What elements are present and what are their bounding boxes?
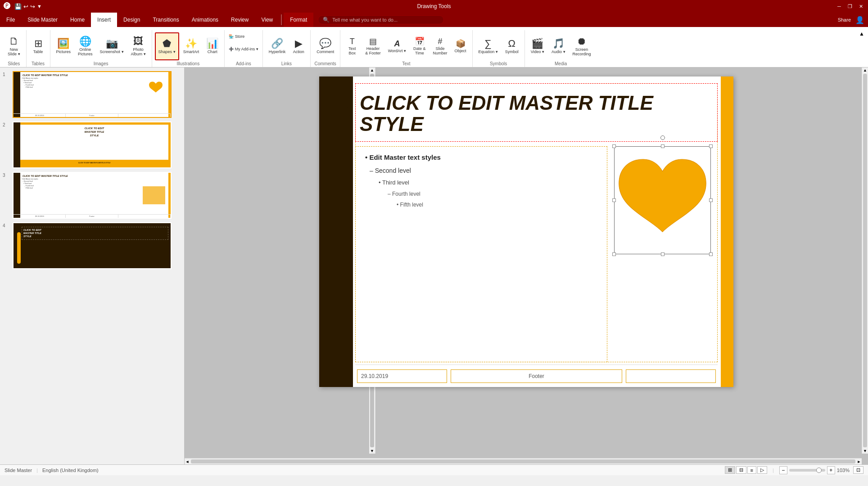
new-slide-button[interactable]: 🗋 NewSlide ▾	[5, 32, 23, 60]
handle-mr[interactable]	[709, 198, 713, 202]
slide-4-thumbnail[interactable]: CLICK TO EDITMASTER TITLESTYLE	[13, 222, 172, 269]
bullet-level-3: • Third level	[379, 177, 605, 189]
tab-format[interactable]: Format	[284, 13, 313, 27]
text-box-button[interactable]: T TextBox	[343, 32, 361, 60]
bullet-2-text: Second level	[375, 167, 411, 174]
reading-view-button[interactable]: ≡	[747, 466, 756, 474]
handle-bm[interactable]	[661, 252, 665, 256]
online-pictures-button[interactable]: 🌐 OnlinePictures	[75, 32, 96, 60]
tab-insert[interactable]: Insert	[91, 13, 117, 27]
zoom-out-button[interactable]: −	[779, 466, 787, 474]
my-addins-button[interactable]: ➕ My Add-ins ▾	[227, 43, 260, 55]
presenter-view-button[interactable]: ▷	[757, 466, 767, 474]
scroll-up-button[interactable]: ▲	[369, 68, 375, 73]
slide-pagenum-field[interactable]	[626, 369, 716, 383]
slide-1-number: 1	[3, 72, 5, 77]
collapse-ribbon-button[interactable]: ▲	[857, 29, 866, 39]
restore-button[interactable]: ❐	[846, 3, 854, 10]
zoom-slider[interactable]	[789, 469, 825, 472]
symbol-button[interactable]: Ω Symbol	[502, 32, 522, 60]
shapes-button[interactable]: ⬟ Shapes ▾	[155, 32, 179, 60]
handle-tl[interactable]	[612, 144, 616, 148]
slide-date-text: 29.10.2019	[361, 373, 388, 379]
heart-object-container[interactable]	[614, 146, 711, 254]
right-scroll-up[interactable]: ▲	[862, 68, 868, 73]
handle-br[interactable]	[709, 252, 713, 256]
slide-1-thumbnail[interactable]: CLICK TO EDIT MASTER TITLE STYLE • Edit …	[13, 71, 172, 118]
slide-3-thumbnail[interactable]: CLICK TO EDIT MASTER TITLE STYLE • Edit …	[13, 172, 172, 219]
pictures-button[interactable]: 🖼️ Pictures	[53, 32, 74, 60]
equation-button[interactable]: ∑ Equation ▾	[475, 32, 501, 60]
bottom-scroll-left[interactable]: ◄	[185, 459, 190, 464]
tab-review[interactable]: Review	[225, 13, 255, 27]
tab-view[interactable]: View	[255, 13, 279, 27]
slide-date-field[interactable]: 29.10.2019	[357, 369, 447, 383]
wordart-button[interactable]: A WordArt ▾	[385, 32, 409, 60]
slide-main-title[interactable]: CLICK TO EDIT MASTER TITLE STYLE	[360, 93, 713, 134]
bullet-4-marker: –	[388, 191, 391, 197]
screen-recording-button[interactable]: ⏺ ScreenRecording	[570, 32, 594, 60]
slide-sorter-button[interactable]: ⊟	[736, 466, 746, 474]
tell-me-box[interactable]: 🔍 Tell me what you want to do...	[318, 15, 444, 24]
bottom-scroll-thumb[interactable]	[191, 459, 855, 464]
slide-2-thumbnail[interactable]: CLICK TO EDITMASTER TITLESTYLE CLICK TO …	[13, 122, 172, 168]
tell-me-placeholder: Tell me what you want to do...	[332, 17, 398, 22]
account-icon: 👤	[855, 16, 864, 24]
smartart-button[interactable]: ✨ SmartArt	[180, 32, 203, 60]
app-title: Drawing Tools	[417, 3, 451, 9]
normal-view-button[interactable]: ⊞	[725, 466, 735, 474]
table-button[interactable]: ⊞ Table	[29, 32, 47, 60]
redo-icon[interactable]: ↪	[30, 3, 35, 10]
right-scroll-down[interactable]: ▼	[862, 448, 868, 454]
header-footer-button[interactable]: ▤ Header& Footer	[362, 32, 384, 60]
chart-button[interactable]: 📊 Chart	[203, 32, 222, 60]
customize-icon[interactable]: ▼	[37, 4, 42, 9]
slide-footer-field[interactable]: Footer	[451, 369, 623, 383]
title-bar: 🅟 💾 ↩ ↪ ▼ Drawing Tools ─ ❐ ✕	[0, 0, 868, 13]
photo-album-button[interactable]: 🖼 PhotoAlbum ▾	[128, 32, 149, 60]
slide-number-button[interactable]: # SlideNumber	[430, 32, 451, 60]
tab-design[interactable]: Design	[117, 13, 146, 27]
handle-tr[interactable]	[709, 144, 713, 148]
action-button[interactable]: ▶ Action	[289, 32, 307, 60]
slide-body-text[interactable]: • Edit Master text styles – Second level…	[361, 151, 605, 210]
handle-bl[interactable]	[612, 252, 616, 256]
action-icon: ▶	[295, 39, 303, 49]
handle-ml[interactable]	[612, 198, 616, 202]
save-icon[interactable]: 💾	[14, 3, 22, 10]
fit-slide-button[interactable]: ⊡	[853, 466, 863, 474]
handle-tm[interactable]	[661, 144, 665, 148]
canvas-bottom-scrollbar[interactable]: ◄ ►	[185, 458, 862, 464]
tab-animations[interactable]: Animations	[185, 13, 225, 27]
undo-icon[interactable]: ↩	[23, 3, 28, 10]
close-button[interactable]: ✕	[857, 3, 864, 10]
bullet-4-text: Fourth level	[392, 191, 420, 197]
slide-panel: 1 CLICK TO EDIT MASTER TITLE STYLE • Edi…	[0, 68, 185, 464]
hyperlink-button[interactable]: 🔗 Hyperlink	[266, 32, 289, 60]
tab-transitions[interactable]: Transitions	[146, 13, 185, 27]
canvas-right-scrollbar[interactable]: ▲ ▼	[862, 68, 868, 454]
thumb-3-title: CLICK TO EDIT MASTER TITLE STYLE	[21, 173, 171, 177]
slide-2-number: 2	[3, 122, 5, 127]
zoom-in-button[interactable]: +	[827, 466, 835, 474]
date-time-button[interactable]: 📅 Date &Time	[410, 32, 429, 60]
tab-file[interactable]: File	[0, 13, 21, 27]
scroll-down-button[interactable]: ▼	[369, 448, 375, 454]
rotation-handle[interactable]	[660, 135, 665, 140]
comment-button[interactable]: 💬 Comment	[313, 32, 337, 60]
zoom-slider-thumb[interactable]	[816, 468, 822, 473]
video-button[interactable]: 🎬 Video ▾	[528, 32, 547, 60]
bottom-scroll-right[interactable]: ►	[856, 459, 862, 464]
store-button[interactable]: 🏪 Store	[227, 30, 246, 43]
bullet-level-1: • Edit Master text styles	[365, 151, 605, 164]
object-button[interactable]: 📦 Object	[452, 32, 470, 60]
table-icon: ⊞	[34, 39, 42, 49]
share-tab-btn[interactable]: Share	[838, 17, 851, 22]
right-scroll-thumb[interactable]	[863, 74, 867, 447]
screenshot-button[interactable]: 📷 Screenshot ▾	[97, 32, 127, 60]
audio-button[interactable]: 🎵 Audio ▾	[548, 32, 569, 60]
tab-home[interactable]: Home	[64, 13, 91, 27]
tab-slide-master[interactable]: Slide Master	[21, 13, 64, 27]
slide-main-title-area[interactable]: CLICK TO EDIT MASTER TITLE STYLE	[360, 88, 713, 140]
minimize-button[interactable]: ─	[836, 3, 843, 10]
